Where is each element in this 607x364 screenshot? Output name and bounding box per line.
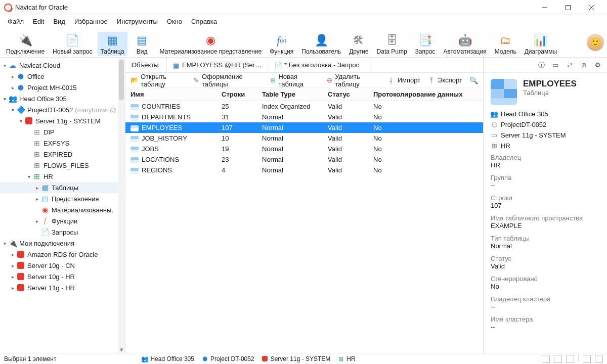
tree-schema-exfsys[interactable]: ⊞ EXFSYS [0, 138, 125, 149]
table-row[interactable]: JOB_HISTORY10NormalValidNo [125, 133, 483, 144]
tab-objects[interactable]: Объекты [125, 58, 167, 72]
tree-mviews[interactable]: ◉ Материализованны. [0, 204, 125, 215]
connection-tree[interactable]: ▾ ☁ Navicat Cloud ▸ ⬢ Office ▸ ⬢ Project… [0, 58, 125, 353]
tree-s10g-cn[interactable]: ▸ Server 10g - CN [0, 260, 125, 271]
col-status[interactable]: Статус [323, 88, 368, 101]
menu-tools[interactable]: Инструменты [112, 16, 162, 27]
sidebar-scrollbar[interactable]: ▴ ▾ [118, 58, 125, 353]
chevron-right-icon[interactable]: ▸ [9, 252, 16, 257]
chevron-down-icon[interactable]: ▾ [25, 174, 32, 179]
tb-connect[interactable]: 🔌Подключение [3, 32, 48, 56]
chevron-down-icon[interactable]: ▾ [1, 63, 8, 68]
chevron-down-icon[interactable]: ▾ [17, 118, 24, 124]
import-button[interactable]: ⭳Импорт [387, 76, 420, 84]
col-logging[interactable]: Протоколирование данных [368, 88, 483, 101]
tree-amazon-rds[interactable]: ▸ Amazon RDS for Oracle [0, 249, 125, 260]
tree-queries[interactable]: 📄 Запросы [0, 226, 125, 238]
columns-icon[interactable]: ⎚ [580, 61, 588, 69]
settings-icon[interactable]: ⚙ [594, 61, 602, 69]
design-table-button[interactable]: ✎Оформление таблицы [193, 73, 263, 88]
open-table-button[interactable]: 📂Открыть таблицу [131, 73, 186, 88]
export-button[interactable]: ⭱Экспорт [427, 76, 462, 84]
tree-navicat-cloud[interactable]: ▾ ☁ Navicat Cloud [0, 60, 125, 71]
tree-schema-flows[interactable]: ⊞ FLOWS_FILES [0, 160, 125, 171]
tb-user[interactable]: 👤Пользователь [298, 32, 344, 56]
tree-head-office[interactable]: ▾ 👥 Head Office 305 [0, 93, 125, 104]
schema-icon: ⊞ [491, 143, 498, 150]
tree-s10g-hr[interactable]: ▸ Server 10g - HR [0, 271, 125, 282]
info-icon[interactable]: ⓘ [537, 61, 545, 69]
tree-views[interactable]: ▸ ▤ Представления [0, 193, 125, 204]
close-button[interactable] [580, 0, 603, 15]
new-table-button[interactable]: ⊕Новая таблица [269, 73, 319, 88]
chevron-down-icon[interactable]: ▾ [1, 96, 8, 102]
tree-office[interactable]: ▸ ⬢ Office [0, 71, 125, 82]
tab-untitled-query[interactable]: 📄 * Без заголовка - Запрос [268, 58, 369, 72]
table-row[interactable]: LOCATIONS23NormalValidNo [125, 154, 483, 165]
scroll-thumb[interactable] [119, 60, 124, 100]
chevron-right-icon[interactable]: ▸ [33, 218, 40, 224]
tb-view[interactable]: ▤Вид [129, 32, 155, 56]
chevron-right-icon[interactable]: ▸ [9, 85, 16, 90]
tree-schema-dip[interactable]: ⊞ DIP [0, 126, 125, 138]
tree-s11g-hr[interactable]: ▸ Server 11g - HR [0, 282, 125, 293]
user-avatar[interactable]: 🙂 [587, 34, 604, 51]
table-row[interactable]: COUNTRIES25Index OrganizedValidNo [125, 101, 483, 112]
menu-edit[interactable]: Edit [28, 16, 49, 27]
chevron-right-icon[interactable]: ▸ [9, 74, 16, 79]
minimize-button[interactable] [533, 0, 556, 15]
view-grid-button[interactable] [542, 355, 550, 363]
view-list-button[interactable] [554, 355, 562, 363]
ddl-icon[interactable]: ▭ [551, 61, 559, 69]
tree-schema-expired[interactable]: ⊞ EXPIRED [0, 149, 125, 160]
chevron-right-icon[interactable]: ▸ [9, 263, 16, 268]
tree-project-dt[interactable]: ▾ 🔷 ProjectDT-0052 (marybrown@ [0, 104, 125, 115]
tree-functions[interactable]: ▸ f Функции [0, 215, 125, 226]
tb-other[interactable]: 🛠Другие [346, 32, 371, 56]
tb-model[interactable]: 🗂Модель [492, 32, 519, 56]
tree-my-connections[interactable]: ▾ 🔌 Мои подключения [0, 238, 125, 249]
relations-icon[interactable]: ⇄ [566, 61, 574, 69]
tb-function[interactable]: f(x)Функция [267, 32, 296, 56]
tb-datapump[interactable]: 🗄Data Pump [374, 32, 410, 56]
chevron-right-icon[interactable]: ▸ [33, 185, 40, 191]
menu-window[interactable]: Окно [162, 16, 187, 27]
table-row[interactable]: DEPARTMENTS31NormalValidNo [125, 112, 483, 122]
search-icon[interactable]: 🔍 [469, 76, 478, 84]
table-row[interactable]: REGIONS4NormalValidNo [125, 165, 483, 175]
scroll-down-icon[interactable]: ▾ [118, 346, 125, 353]
tab-employees[interactable]: ▦ EMPLOYESS @HR (Server 1... [167, 58, 268, 72]
tree-server11g[interactable]: ▾ Server 11g - SYSTEM [0, 115, 125, 126]
table-row[interactable]: JOBS19NormalValidNo [125, 144, 483, 154]
col-name[interactable]: Имя [125, 88, 216, 101]
col-rows[interactable]: Строки [216, 88, 257, 101]
tree-project-mh[interactable]: ▸ ⬢ Project MH-0015 [0, 82, 125, 93]
table-list[interactable]: Имя Строки Table Type Статус Протоколиро… [125, 88, 483, 353]
chevron-down-icon[interactable]: ▾ [9, 107, 16, 113]
chevron-right-icon[interactable]: ▸ [33, 196, 40, 202]
table-row[interactable]: EMPLOYEES107NormalValidNo [125, 122, 483, 133]
tb-query[interactable]: 📑Запрос [412, 32, 439, 56]
menu-help[interactable]: Справка [187, 16, 222, 27]
chevron-right-icon[interactable]: ▸ [9, 285, 16, 291]
panel-toggle-left[interactable] [583, 355, 591, 363]
chevron-right-icon[interactable]: ▸ [9, 274, 16, 280]
tb-matview[interactable]: ◉Материализованное представление [157, 32, 265, 56]
maximize-button[interactable] [556, 0, 580, 15]
view-detail-button[interactable] [566, 355, 574, 363]
menu-favorites[interactable]: Избранное [70, 16, 112, 27]
panel-toggle-right[interactable] [595, 355, 603, 363]
tree-schema-hr[interactable]: ▾ ⊞ HR [0, 171, 125, 182]
tree-tables[interactable]: ▸ ▦ Таблицы [0, 182, 125, 193]
menu-file[interactable]: Файл [3, 16, 28, 27]
menu-view[interactable]: Вид [49, 16, 70, 27]
col-type[interactable]: Table Type [257, 88, 323, 101]
tb-diagrams[interactable]: 📊Диаграммы [522, 32, 560, 56]
tb-newquery[interactable]: 📄Новый запрос [50, 32, 95, 56]
chevron-down-icon[interactable]: ▾ [1, 241, 8, 246]
tb-automation[interactable]: 🤖Автоматизация [440, 32, 489, 56]
delete-table-button[interactable]: ⊖Удалить таблицу [326, 73, 380, 88]
prop-value: No [491, 283, 600, 290]
tb-table[interactable]: ▦Таблица [98, 32, 127, 56]
schema-icon: ⊞ [32, 139, 41, 148]
